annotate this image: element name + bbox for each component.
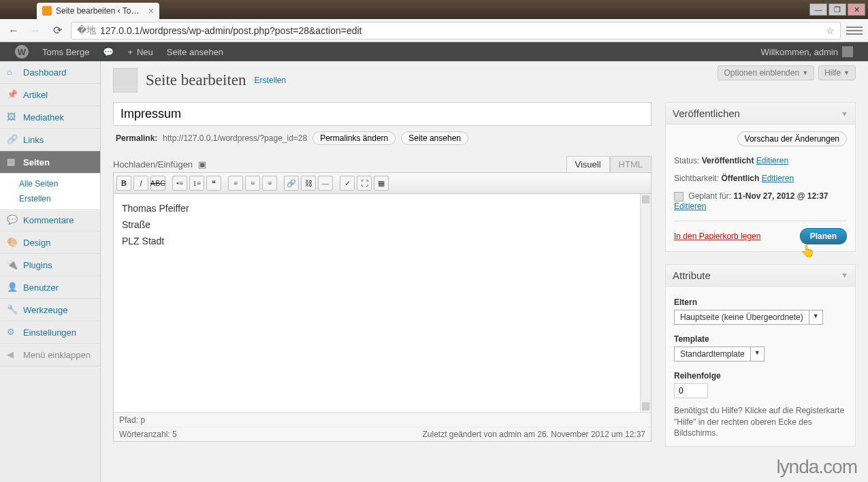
tab-close-icon[interactable]: × (148, 5, 154, 16)
align-center-button[interactable]: ≡ (245, 176, 260, 191)
spellcheck-button[interactable]: ✓ (340, 176, 355, 191)
editor-content[interactable]: Thomas Pfeiffer Straße PLZ Stadt (114, 194, 640, 412)
more-button[interactable]: ― (318, 176, 333, 191)
edit-permalink-button[interactable]: Permalinks ändern (312, 131, 396, 145)
sidebar-item-appearance[interactable]: 🎨Design (0, 231, 100, 254)
favicon-icon (42, 6, 52, 16)
editor-tab-visual[interactable]: Visuell (566, 156, 610, 172)
editor: B I ABC •≡ 1≡ ❝ ≡ ≡ ≡ 🔗 ⛓ ― (113, 172, 652, 442)
editor-scrollbar[interactable] (640, 194, 651, 412)
sidebar-item-links[interactable]: 🔗Links (0, 129, 100, 151)
order-input[interactable] (674, 383, 708, 398)
settings-icon: ⚙ (7, 327, 18, 338)
upload-insert-label: Hochladen/Einfügen (113, 159, 193, 170)
sidebar-item-plugins[interactable]: 🔌Plugins (0, 254, 100, 276)
sidebar-item-posts[interactable]: 📌Artikel (0, 84, 100, 106)
wp-logo-menu[interactable]: W (8, 42, 35, 61)
comment-bubble-icon: 💬 (103, 47, 114, 57)
publish-button[interactable]: Planen (800, 228, 847, 244)
unlink-button[interactable]: ⛓ (301, 176, 316, 191)
kitchen-sink-button[interactable]: ▦ (374, 176, 389, 191)
editor-toolbar: B I ABC •≡ 1≡ ❝ ≡ ≡ ≡ 🔗 ⛓ ― (114, 173, 651, 194)
number-list-button[interactable]: 1≡ (189, 176, 204, 191)
account-menu[interactable]: Willkommen, admin (754, 42, 860, 61)
dropdown-arrow-icon: ▼ (809, 310, 822, 324)
parent-select[interactable]: Hauptseite (keine Übergeordnete) ▼ (674, 310, 823, 325)
sidebar-item-users[interactable]: 👤Benutzer (0, 276, 100, 299)
edit-schedule-link[interactable]: Editieren (674, 202, 706, 211)
user-icon: 👤 (7, 282, 18, 293)
window-close-button[interactable]: ✕ (848, 3, 865, 16)
content-line: PLZ Stadt (122, 234, 632, 250)
publish-metabox: Veröffentlichen▼ Vorschau der Änderungen… (665, 102, 856, 252)
italic-button[interactable]: I (133, 176, 148, 191)
sidebar-item-tools[interactable]: 🔧Werkzeuge (0, 299, 100, 321)
url-bar[interactable]: �地 127.0.0.1/wordpress/wp-admin/post.php… (71, 22, 841, 39)
media-icon: 🖼 (7, 112, 18, 123)
bold-button[interactable]: B (116, 176, 131, 191)
view-page-link[interactable]: Seite ansehen (160, 42, 230, 61)
metabox-toggle-icon[interactable]: ▼ (841, 271, 848, 279)
strikethrough-button[interactable]: ABC (150, 176, 165, 191)
add-media-icon[interactable]: ▣ (198, 159, 206, 170)
template-label: Template (674, 330, 847, 347)
post-title-input[interactable] (113, 102, 652, 126)
browser-titlebar: Seite bearbeiten ‹ Toms B… × — ❐ ✕ (0, 0, 868, 19)
tab-title: Seite bearbeiten ‹ Toms B… (56, 6, 144, 16)
page-icon: ▤ (7, 157, 18, 167)
collapse-icon: ◀ (7, 349, 18, 360)
view-page-button[interactable]: Seite ansehen (401, 131, 468, 145)
browser-menu-button[interactable] (846, 22, 863, 39)
content-line: Thomas Pfeiffer (122, 201, 632, 217)
parent-label: Eltern (674, 293, 847, 310)
maximize-button[interactable]: ❐ (829, 3, 846, 16)
submenu-all-pages[interactable]: Alle Seiten (0, 176, 100, 191)
main-content: Optionen einblenden▼ Hilfe▼ Seite bearbe… (101, 61, 868, 482)
browser-tab[interactable]: Seite bearbeiten ‹ Toms B… × (37, 3, 159, 19)
design-icon: 🎨 (7, 237, 18, 248)
comment-icon: 💬 (7, 214, 18, 225)
minimize-button[interactable]: — (809, 3, 827, 16)
trash-link[interactable]: In den Papierkorb legen (674, 231, 760, 241)
edit-visibility-link[interactable]: Editieren (762, 174, 794, 183)
blockquote-button[interactable]: ❝ (206, 176, 221, 191)
link-button[interactable]: 🔗 (284, 176, 299, 191)
sidebar-item-pages[interactable]: ▤Seiten (0, 151, 100, 174)
align-right-button[interactable]: ≡ (262, 176, 277, 191)
reload-button[interactable]: ⟳ (49, 22, 65, 39)
bullet-list-button[interactable]: •≡ (172, 176, 187, 191)
attributes-metabox: Attribute▼ Eltern Hauptseite (keine Über… (665, 264, 856, 447)
fullscreen-button[interactable]: ⛶ (357, 176, 372, 191)
site-name-menu[interactable]: Toms Berge (35, 42, 96, 61)
comments-menu[interactable]: 💬 (96, 42, 120, 61)
page-title: Seite bearbeiten (146, 71, 246, 89)
sidebar-item-settings[interactable]: ⚙Einstellungen (0, 321, 100, 344)
collapse-menu[interactable]: ◀Menü einklappen (0, 344, 100, 366)
plus-icon: + (127, 47, 133, 57)
editor-tab-html[interactable]: HTML (610, 156, 652, 172)
dropdown-arrow-icon: ▼ (750, 347, 764, 361)
watermark: lynda.com (776, 456, 857, 478)
add-new-link[interactable]: Erstellen (255, 76, 287, 85)
template-select[interactable]: Standardtemplate ▼ (674, 347, 765, 362)
new-content-menu[interactable]: +Neu (120, 42, 159, 61)
avatar-icon (842, 46, 853, 57)
bookmark-star-icon[interactable]: ☆ (826, 25, 835, 36)
preview-button[interactable]: Vorschau der Änderungen (737, 131, 847, 146)
sidebar-item-dashboard[interactable]: ⌂Dashboard (0, 61, 100, 84)
screen-options-tab[interactable]: Optionen einblenden▼ (718, 65, 814, 80)
chevron-down-icon: ▼ (802, 69, 808, 76)
url-text: 127.0.0.1/wordpress/wp-admin/post.php?po… (100, 25, 361, 36)
order-label: Reihenfolge (674, 367, 847, 383)
sidebar-item-media[interactable]: 🖼Mediathek (0, 106, 100, 129)
align-left-button[interactable]: ≡ (228, 176, 243, 191)
plugin-icon: 🔌 (7, 259, 18, 270)
submenu-add-page[interactable]: Erstellen (0, 191, 100, 206)
back-button[interactable]: ← (5, 22, 22, 39)
sidebar-submenu-pages: Alle Seiten Erstellen (0, 174, 100, 209)
forward-button[interactable]: → (27, 22, 44, 39)
sidebar-item-comments[interactable]: 💬Kommentare (0, 209, 100, 231)
metabox-toggle-icon[interactable]: ▼ (841, 110, 848, 118)
edit-status-link[interactable]: Editieren (756, 156, 788, 165)
help-tab[interactable]: Hilfe▼ (818, 65, 856, 80)
